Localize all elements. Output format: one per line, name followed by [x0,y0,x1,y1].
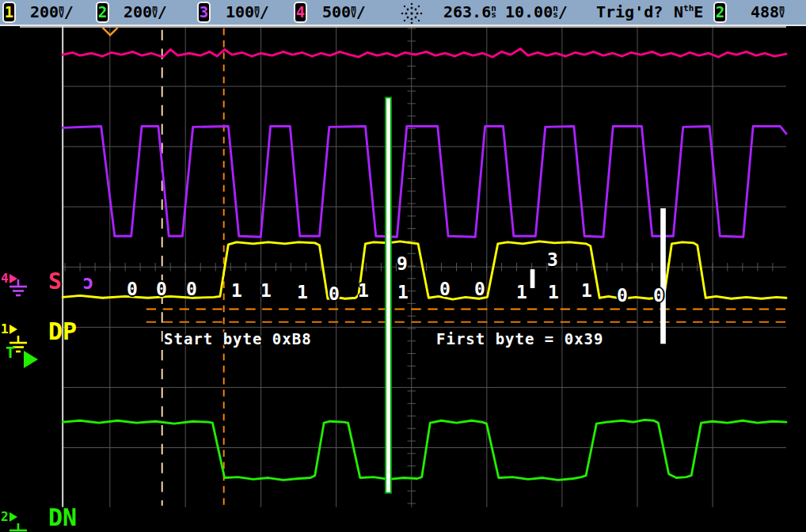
channel-2-ground-icon [7,523,29,532]
channel-2-position-marker: 2 [1,511,17,523]
hex-nibble-9: 9 [397,253,408,274]
timebase-readout: 10.00ns/ [505,2,568,21]
bit-label: 1 [548,282,559,302]
bit-label: 1 [231,280,242,301]
trigger-mode: NthE [674,2,703,21]
dp-channel-label: DP [48,317,77,345]
ch3-trace [63,126,786,237]
status-bar: 1 200mV/ 2 200mV/ 3 100mV/ 4 500mV/ 263.… [0,0,806,26]
trigger-source-badge: 2 [713,2,727,23]
channel-1-scale: 200mV/ [30,2,74,21]
bit-label: 1 [581,280,592,301]
bit-label: 1 [358,280,369,301]
snowflake-icon [400,2,424,25]
channel-2-marker-label: 2 [1,511,9,523]
bit-label: 1 [397,282,409,302]
channel-2-marker-arrow-icon [10,512,17,522]
trigger-status: Trig'd? [596,2,663,21]
hex-nibble-3: 3 [547,249,558,270]
byte-boundary-bar [530,269,535,288]
waveform-area [0,26,806,532]
channel-1-marker-label: 1 [1,323,9,336]
dn-channel-label: DN [48,504,77,531]
bit-label: 0 [186,279,197,299]
oscilloscope-screen: 1 200mV/ 2 200mV/ 3 100mV/ 4 500mV/ 263.… [0,0,806,532]
channel-3-ground-icon [7,279,29,300]
start-byte-annotation: Start byte 0xB8 [164,330,312,348]
bit-label: 1 [297,282,308,302]
serial-bus-bracket: ɔ [82,272,93,294]
channel-3-badge: 3 [197,2,211,23]
bit-label: 0 [127,279,138,299]
ch2-dn-trace [63,420,786,480]
green-marker-bar [386,97,391,492]
bit-label: 0 [474,279,485,299]
channel-1-badge: 1 [2,2,16,23]
bit-label: 0 [329,283,340,304]
trigger-level-arrow-icon [24,351,38,368]
trigger-marker-label: T [6,343,15,362]
channel-1-marker-arrow-icon [10,325,17,334]
channel-2-badge: 2 [96,2,109,23]
bit-label: 1 [516,282,527,302]
channel-4-scale: 500mV/ [322,2,366,21]
ch4-trace [63,49,786,57]
first-byte-annotation: First byte = 0x39 [436,330,603,348]
bit-label: 0 [617,285,628,306]
serial-bus-label: S [48,268,62,294]
channel-4-badge: 4 [294,2,307,23]
bit-label: 0 [653,285,664,306]
bit-label: 0 [156,279,167,299]
ch1-dp-trace [63,241,786,299]
channel-1-position-marker: 1 [1,323,17,336]
bit-label: 1 [260,280,272,301]
bit-label: 0 [439,279,451,299]
delay-readout: 263.6ns [443,2,496,21]
channel-3-scale: 100mV/ [226,2,269,21]
white-marker-bar [660,208,666,344]
channel-2-scale: 200mV/ [124,2,167,21]
trigger-level-readout: 488mV [751,2,785,21]
